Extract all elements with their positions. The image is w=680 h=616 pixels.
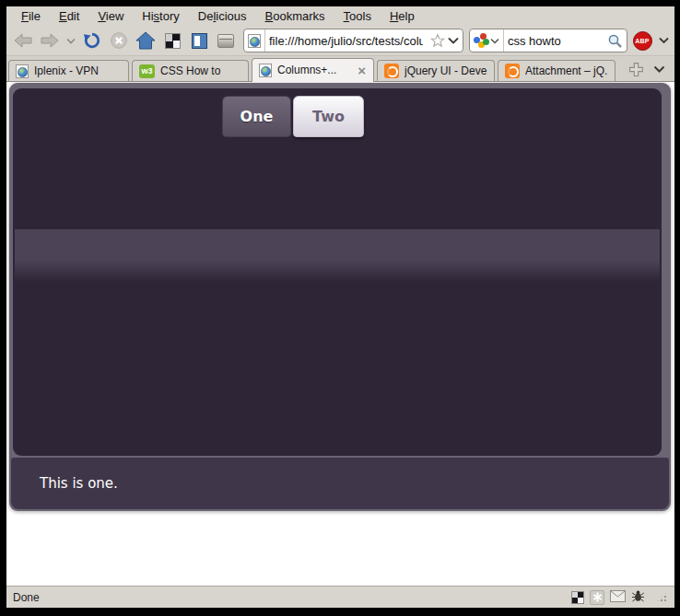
asterisk-status-icon[interactable] xyxy=(590,590,604,605)
home-button[interactable] xyxy=(134,29,158,52)
search-bar xyxy=(469,29,627,52)
package-icon xyxy=(217,34,234,48)
url-input[interactable] xyxy=(265,34,427,48)
menu-view[interactable]: View xyxy=(88,7,133,25)
back-button[interactable] xyxy=(11,29,35,52)
abp-icon: ABP xyxy=(633,31,652,51)
widget-outer-shell: One Two This is one. xyxy=(9,83,671,511)
browser-tab-iplenix[interactable]: Iplenix - VPN xyxy=(8,60,129,81)
page-favicon-icon xyxy=(248,34,261,48)
forward-button[interactable] xyxy=(38,29,62,52)
home-icon xyxy=(135,31,156,50)
menu-tools[interactable]: Tools xyxy=(334,7,381,25)
browser-tab-columns-active[interactable]: Columns+... × xyxy=(252,58,374,82)
reload-button[interactable] xyxy=(80,29,104,52)
w3schools-icon: w3 xyxy=(139,64,155,78)
jquery-ui-icon xyxy=(505,64,520,78)
search-engine-selector[interactable] xyxy=(470,29,504,52)
engine-dropdown-icon xyxy=(490,38,499,44)
chevron-down-icon xyxy=(659,37,669,44)
browser-tab-css-howto[interactable]: w3 CSS How to xyxy=(132,60,249,81)
tab-strip: Iplenix - VPN w3 CSS How to Columns+... … xyxy=(6,56,674,82)
extension-sidebar-button[interactable] xyxy=(187,29,211,52)
page-favicon-icon xyxy=(16,64,29,78)
status-icons xyxy=(571,589,668,606)
adblock-plus-button[interactable]: ABP xyxy=(630,29,654,52)
bookmark-star-icon[interactable] xyxy=(430,33,445,48)
google-icon xyxy=(474,33,488,48)
status-text: Done xyxy=(13,591,40,604)
status-bar: Done xyxy=(6,586,674,608)
reload-icon xyxy=(83,31,101,50)
history-dropdown-button[interactable] xyxy=(64,29,77,52)
highlight-band xyxy=(15,229,660,282)
tab-list-chevron-icon[interactable] xyxy=(653,65,665,74)
menu-bookmarks[interactable]: Bookmarks xyxy=(256,7,334,25)
checkered-icon xyxy=(165,33,181,49)
menu-history[interactable]: History xyxy=(133,7,188,25)
mail-status-icon[interactable] xyxy=(610,590,626,605)
page-tab-one[interactable]: One xyxy=(222,96,291,137)
sidebar-icon xyxy=(192,33,207,49)
menu-file[interactable]: File xyxy=(12,7,50,25)
window-resize-grip[interactable] xyxy=(656,591,668,603)
site-identity-button[interactable] xyxy=(244,29,265,52)
checkered-status-icon[interactable] xyxy=(571,591,584,604)
jquery-ui-icon xyxy=(384,64,399,78)
bug-status-icon[interactable] xyxy=(631,589,645,606)
browser-chrome: File Edit View History Delicious Bookmar… xyxy=(6,6,674,608)
extension-archive-button[interactable] xyxy=(214,29,238,52)
location-bar xyxy=(243,29,463,52)
navigation-toolbar: ABP xyxy=(6,26,674,56)
stop-button[interactable] xyxy=(107,29,131,52)
browser-tab-attachment[interactable]: Attachment – jQ... xyxy=(498,60,616,81)
menubar: File Edit View History Delicious Bookmar… xyxy=(6,6,674,26)
back-icon xyxy=(13,32,33,49)
page-viewport: One Two This is one. xyxy=(6,82,674,586)
search-input[interactable] xyxy=(504,34,604,48)
chevron-down-icon xyxy=(66,38,76,44)
browser-tab-jqueryui[interactable]: jQuery UI - Deve... xyxy=(377,60,495,81)
url-dropdown-icon[interactable] xyxy=(448,37,459,44)
menu-help[interactable]: Help xyxy=(381,7,424,25)
page-tab-two[interactable]: Two xyxy=(293,96,364,137)
widget-header-panel: One Two xyxy=(13,88,662,456)
browser-window: File Edit View History Delicious Bookmar… xyxy=(0,0,680,616)
menu-delicious[interactable]: Delicious xyxy=(189,7,256,25)
toolbar-overflow-button[interactable] xyxy=(657,29,670,52)
tab-close-button[interactable]: × xyxy=(357,64,367,77)
search-magnifier-icon[interactable] xyxy=(607,33,623,49)
page-favicon-icon xyxy=(259,64,272,77)
menu-edit[interactable]: Edit xyxy=(50,7,88,25)
forward-icon xyxy=(40,32,60,49)
panel-text: This is one. xyxy=(40,475,118,492)
stop-icon xyxy=(110,31,128,50)
new-tab-button[interactable] xyxy=(628,62,644,77)
extension-theme-toggle-button[interactable] xyxy=(160,29,184,52)
tab-content-panel: This is one. xyxy=(11,458,669,509)
